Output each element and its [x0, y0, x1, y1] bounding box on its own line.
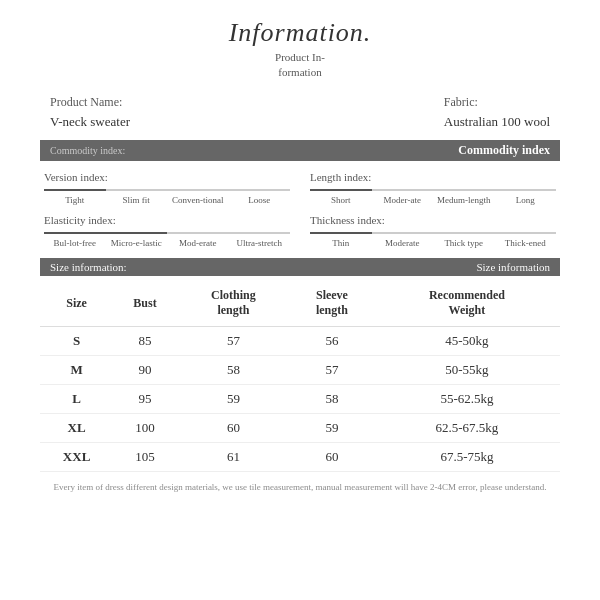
fabric-value: Australian 100 wool: [444, 114, 550, 130]
version-labels: Tight Slim fit Conven-tional Loose: [44, 195, 290, 206]
footer-note: Every item of dress different design mat…: [40, 482, 560, 492]
elasticity-labels: Bul-lot-free Micro-e-lastic Mod-erate Ul…: [44, 238, 290, 249]
cell-size: XL: [40, 414, 113, 443]
page: Information. Product In-formation Produc…: [0, 0, 600, 600]
cell-clothing: 61: [177, 443, 290, 472]
product-info: Product Name: V-neck sweater Fabric: Aus…: [40, 95, 560, 130]
cell-sleeve: 59: [290, 414, 374, 443]
product-name-section: Product Name: V-neck sweater: [50, 95, 130, 130]
col-sleeve: Sleevelength: [290, 284, 374, 327]
commodity-index-bar: Commodity index: Commodity index: [40, 140, 560, 161]
table-row: M 90 58 57 50-55kg: [40, 356, 560, 385]
cell-size: S: [40, 327, 113, 356]
col-weight: RecommendedWeight: [374, 284, 560, 327]
cell-size: L: [40, 385, 113, 414]
elasticity-track: [44, 232, 290, 234]
version-scale: Tight Slim fit Conven-tional Loose: [44, 189, 290, 206]
length-index-label: Length index:: [310, 171, 556, 183]
table-row: S 85 57 56 45-50kg: [40, 327, 560, 356]
product-name-value: V-neck sweater: [50, 114, 130, 130]
cell-clothing: 59: [177, 385, 290, 414]
cell-sleeve: 58: [290, 385, 374, 414]
cell-clothing: 57: [177, 327, 290, 356]
cell-sleeve: 56: [290, 327, 374, 356]
col-clothing: Clothinglength: [177, 284, 290, 327]
table-row: L 95 59 58 55-62.5kg: [40, 385, 560, 414]
cell-weight: 67.5-75kg: [374, 443, 560, 472]
elasticity-index-group: Elasticity index: Bul-lot-free Micro-e-l…: [44, 214, 290, 249]
version-track: [44, 189, 290, 191]
subtitle: Product In-formation: [40, 50, 560, 81]
elasticity-index-label: Elasticity index:: [44, 214, 290, 226]
cell-clothing: 58: [177, 356, 290, 385]
cell-bust: 85: [113, 327, 177, 356]
product-name-label: Product Name:: [50, 95, 130, 110]
cell-clothing: 60: [177, 414, 290, 443]
cell-weight: 45-50kg: [374, 327, 560, 356]
col-bust: Bust: [113, 284, 177, 327]
version-index-group: Version index: Tight Slim fit Conven-tio…: [44, 171, 290, 206]
cell-bust: 95: [113, 385, 177, 414]
size-table: Size Bust Clothinglength Sleevelength Re…: [40, 284, 560, 472]
thickness-labels: Thin Moderate Thick type Thick-ened: [310, 238, 556, 249]
commodity-index-left-label: Commodity index:: [50, 145, 125, 156]
cell-bust: 105: [113, 443, 177, 472]
cell-weight: 50-55kg: [374, 356, 560, 385]
size-info-right-label: Size information: [476, 261, 550, 273]
index-grid: Version index: Tight Slim fit Conven-tio…: [40, 171, 560, 249]
cell-weight: 62.5-67.5kg: [374, 414, 560, 443]
cell-bust: 100: [113, 414, 177, 443]
length-index-group: Length index: Short Moder-ate Medum-leng…: [310, 171, 556, 206]
commodity-index-right-label: Commodity index: [458, 143, 550, 158]
thickness-index-label: Thickness index:: [310, 214, 556, 226]
length-labels: Short Moder-ate Medum-length Long: [310, 195, 556, 206]
table-row: XL 100 60 59 62.5-67.5kg: [40, 414, 560, 443]
cell-sleeve: 57: [290, 356, 374, 385]
length-scale: Short Moder-ate Medum-length Long: [310, 189, 556, 206]
elasticity-scale: Bul-lot-free Micro-e-lastic Mod-erate Ul…: [44, 232, 290, 249]
version-index-label: Version index:: [44, 171, 290, 183]
title: Information.: [40, 18, 560, 48]
fabric-label: Fabric:: [444, 95, 550, 110]
cell-size: M: [40, 356, 113, 385]
cell-weight: 55-62.5kg: [374, 385, 560, 414]
cell-bust: 90: [113, 356, 177, 385]
thickness-index-group: Thickness index: Thin Moderate Thick typ…: [310, 214, 556, 249]
size-table-header: Size Bust Clothinglength Sleevelength Re…: [40, 284, 560, 327]
size-info-bar: Size information: Size information: [40, 258, 560, 276]
thickness-scale: Thin Moderate Thick type Thick-ened: [310, 232, 556, 249]
length-track: [310, 189, 556, 191]
table-row: XXL 105 61 60 67.5-75kg: [40, 443, 560, 472]
col-size: Size: [40, 284, 113, 327]
fabric-section: Fabric: Australian 100 wool: [444, 95, 550, 130]
cell-sleeve: 60: [290, 443, 374, 472]
cell-size: XXL: [40, 443, 113, 472]
thickness-track: [310, 232, 556, 234]
size-info-left-label: Size information:: [50, 261, 127, 273]
